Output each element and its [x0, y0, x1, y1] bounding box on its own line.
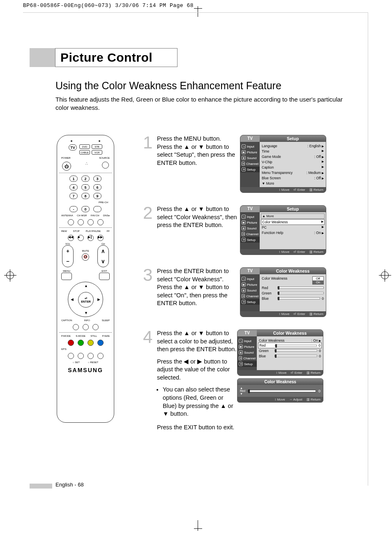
exit-btn — [99, 273, 110, 280]
pmode-btn — [68, 340, 74, 346]
osd4-main: Color Weakness: On ▶ Red0 Green0 Blue0 — [257, 336, 323, 370]
smode-btn — [78, 340, 84, 346]
osd3-title: Color Weakness — [260, 268, 326, 274]
num-2: 2 — [81, 176, 90, 182]
stop-btn: ■ — [78, 235, 84, 241]
osd2-title: Setup — [260, 206, 326, 212]
source-btn — [102, 162, 109, 169]
osd1-title: Setup — [260, 135, 326, 142]
lbl-psize: P.SIZE — [102, 335, 110, 337]
lbl-caption: CAPTION — [61, 319, 72, 322]
sleep-btn — [92, 324, 99, 330]
step-3-num: 3 — [143, 267, 155, 317]
osd-2: TVSetup ↘Input ▣Picture ◐Sound ≋Channel … — [240, 205, 326, 255]
play-btn: ▶‖ — [88, 235, 94, 241]
osd1-tv: TV — [240, 135, 260, 142]
step-1: 1 Press the MENU button. Press the ▲ or … — [143, 135, 326, 193]
num-9: 9 — [93, 193, 101, 199]
footer-bar — [30, 484, 52, 489]
osd3-side: ↘Input ▣Picture ◐Sound ≋Channel ⚙Setup — [240, 274, 260, 311]
info-btn — [83, 324, 89, 330]
ant-btn — [68, 219, 74, 225]
chmgr-btn — [78, 219, 84, 225]
steps-container: 1 Press the MENU button. Press the ▲ or … — [143, 135, 326, 431]
lbl-mute: MUTE — [82, 250, 89, 252]
source-label: SOURCE — [99, 157, 110, 159]
lbl-ff: FF — [107, 230, 110, 232]
page-frame — [23, 12, 368, 13]
blank-1 — [78, 353, 84, 359]
lbl-dnse: DNSe — [103, 214, 110, 217]
still-btn — [88, 340, 94, 346]
crop-mark-bottom — [194, 520, 202, 531]
num-7: 7 — [69, 193, 78, 199]
pill-dvd: DVD — [79, 144, 90, 149]
lbl-stop: STOP — [73, 230, 80, 232]
ff-btn: ▶▶ — [97, 235, 104, 241]
step-2-text: Press the ▲ or ▼ button to select "Color… — [157, 205, 237, 255]
step-3-text: Press the ENTER button to select "Color … — [157, 267, 237, 317]
osd-4-mini: Color Weakness ▲Red▼ 0 ↕ Move↔ Adjust▥ R… — [237, 378, 323, 403]
num-5: 5 — [81, 184, 90, 190]
blank-2 — [88, 353, 94, 359]
step-1-text: Press the MENU button. Press the ▲ or ▼ … — [157, 135, 237, 193]
osd3-main: Color Weakness OffOn Red Green Blue0 — [260, 274, 326, 311]
osd4-title: Color Weakness — [257, 330, 323, 336]
banner-gray-block — [30, 48, 55, 67]
prech-label: PRE-CH — [99, 201, 108, 204]
crop-mark-top — [194, 6, 202, 17]
registration-mark-left — [4, 269, 16, 282]
num-4: 4 — [69, 184, 78, 190]
lbl-mts: MTS — [61, 348, 67, 350]
step-2: 2 Press the ▲ or ▼ button to select "Col… — [143, 205, 326, 255]
lbl-rew: REW — [61, 230, 67, 232]
pill-stb: STB — [92, 144, 102, 149]
osd2-side: ↘Input ▣Picture ◐Sound ≋Channel ⚙Setup — [240, 212, 260, 249]
num-dash: - — [69, 206, 78, 212]
print-header: BP68-00586F-00Eng(060~073) 3/30/06 7:14 … — [23, 2, 194, 9]
osd4-tv: TV — [238, 330, 257, 336]
lbl-play: PLAY/PAUSE — [86, 230, 101, 232]
step-2-num: 2 — [143, 205, 155, 255]
lbl-set: SET — [75, 361, 80, 364]
mini-title: Color Weakness — [238, 379, 323, 385]
blank-3 — [97, 353, 104, 359]
registration-mark-right — [379, 269, 391, 282]
osd4-side: ↘Input ▣Picture ◐Sound ≋Channel ⚙Setup — [238, 336, 257, 370]
caption-btn — [73, 324, 79, 330]
lbl-smode: S.MODE — [76, 335, 85, 337]
lbl-menu: MENU — [63, 270, 70, 272]
num-1: 1 — [69, 176, 78, 182]
dnse-btn — [97, 219, 104, 225]
num-6: 6 — [93, 184, 101, 190]
prech-btn — [93, 206, 101, 212]
mts-btn — [68, 353, 74, 359]
num-0: 0 — [81, 206, 90, 212]
remote-illustration: TV DVDSTB CABLEVCR POWERSOURCE ⏻ ∴ 123 4… — [57, 135, 114, 423]
osd2-main: ▲ More Color Weakness▶ PC▶ Function Help… — [260, 212, 326, 249]
lbl-exit: EXIT — [101, 270, 107, 272]
exit-line: Press the EXIT button to exit. — [157, 424, 326, 431]
osd-3: TVColor Weakness ↘Input ▣Picture ◐Sound … — [240, 267, 326, 317]
rew-btn: ◀◀ — [68, 235, 74, 241]
osd1-side: ↘Input ▣Picture ◐Sound ≋Channel ⚙Setup — [240, 142, 260, 187]
subheading: Using the Color Weakness Enhancement Fea… — [55, 80, 281, 92]
dpad: ▲ ▼ ◀ ▶ ⏎ENTER — [68, 282, 103, 317]
step-4-text: Press the ▲ or ▼ button to select a colo… — [157, 329, 237, 421]
brand-logo: SAMSUNG — [60, 367, 111, 373]
osd2-tv: TV — [240, 206, 260, 212]
osd-1: TVSetup ↘Input ▣Picture ◐Sound ≋Channel … — [240, 135, 326, 193]
step-1-num: 1 — [143, 135, 155, 193]
ch-rocker: ∧∨ — [97, 245, 109, 267]
power-btn: ⏻ — [62, 162, 71, 171]
osd1-main: Language: English ▶ Time▶ Game Mode: Off… — [260, 142, 326, 187]
pill-vcr: VCR — [92, 150, 102, 155]
tv-btn: TV — [69, 144, 77, 151]
lbl-sleep: SLEEP — [102, 319, 110, 322]
page-footer: English - 68 — [55, 482, 84, 488]
step-4-num: 4 — [143, 329, 155, 421]
lbl-pmode: P.MODE — [61, 335, 71, 337]
osd-4: TVColor Weakness ↘Input ▣Picture ◐Sound … — [237, 329, 323, 376]
lbl-chmgr: CH MGR — [77, 214, 87, 217]
intro-paragraph: This feature adjusts the Red, Green or B… — [55, 95, 343, 112]
